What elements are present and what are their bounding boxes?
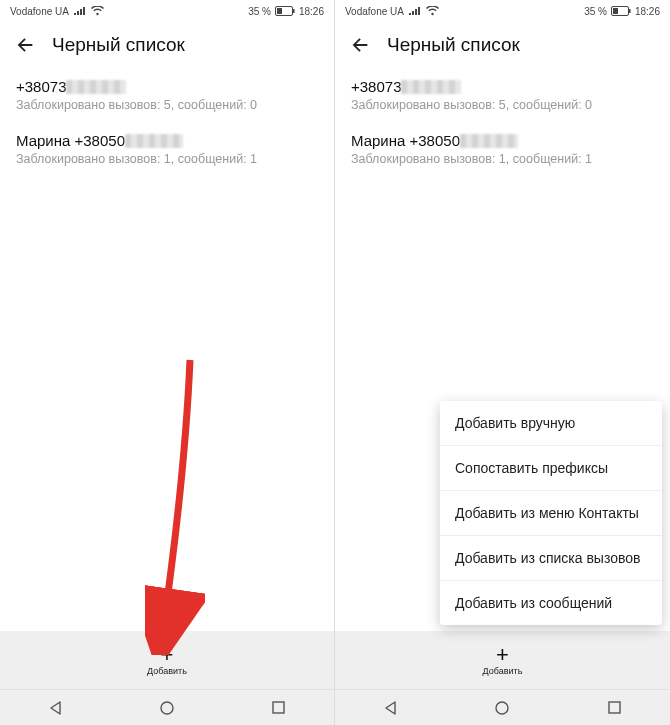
nav-bar xyxy=(335,689,670,725)
svg-rect-2 xyxy=(277,8,282,14)
back-icon[interactable] xyxy=(14,34,36,56)
add-button[interactable]: + Добавить xyxy=(0,631,334,689)
nav-back-icon[interactable] xyxy=(371,700,411,716)
add-button[interactable]: + Добавить xyxy=(335,631,670,689)
list-item[interactable]: Марина +38050 Заблокировано вызовов: 1, … xyxy=(335,122,670,176)
svg-point-3 xyxy=(161,702,173,714)
wifi-icon xyxy=(426,6,439,16)
signal-icon xyxy=(409,7,421,16)
plus-icon: + xyxy=(161,645,174,665)
clock: 18:26 xyxy=(635,6,660,17)
screen-left: Vodafone UA 35 % 18:26 Черный список xyxy=(0,0,335,725)
list-item[interactable]: +38073 Заблокировано вызовов: 5, сообщен… xyxy=(0,68,334,122)
nav-home-icon[interactable] xyxy=(482,700,522,716)
carrier-label: Vodafone UA xyxy=(345,6,404,17)
plus-icon: + xyxy=(496,645,509,665)
entry-stats: Заблокировано вызовов: 5, сообщений: 0 xyxy=(351,98,654,112)
battery-percent: 35 % xyxy=(248,6,271,17)
popup-option-messages[interactable]: Добавить из сообщений xyxy=(440,581,662,625)
blurred-text xyxy=(460,134,518,148)
svg-rect-7 xyxy=(613,8,618,14)
svg-rect-4 xyxy=(273,702,284,713)
popup-option-manual[interactable]: Добавить вручную xyxy=(440,401,662,446)
page-title: Черный список xyxy=(387,34,520,56)
blurred-text xyxy=(66,80,126,94)
header: Черный список xyxy=(335,20,670,68)
carrier-label: Vodafone UA xyxy=(10,6,69,17)
screen-right: Vodafone UA 35 % 18:26 Черный список xyxy=(335,0,670,725)
blurred-text xyxy=(125,134,183,148)
blocklist: +38073 Заблокировано вызовов: 5, сообщен… xyxy=(0,68,334,631)
wifi-icon xyxy=(91,6,104,16)
battery-icon xyxy=(611,6,631,16)
list-item[interactable]: +38073 Заблокировано вызовов: 5, сообщен… xyxy=(335,68,670,122)
add-popup-menu: Добавить вручную Сопоставить префиксы До… xyxy=(440,401,662,625)
entry-stats: Заблокировано вызовов: 5, сообщений: 0 xyxy=(16,98,318,112)
svg-rect-9 xyxy=(609,702,620,713)
svg-rect-6 xyxy=(629,9,631,13)
popup-option-prefix[interactable]: Сопоставить префиксы xyxy=(440,446,662,491)
battery-percent: 35 % xyxy=(584,6,607,17)
add-label: Добавить xyxy=(483,666,523,676)
entry-number: +38073 xyxy=(351,78,401,95)
list-item[interactable]: Марина +38050 Заблокировано вызовов: 1, … xyxy=(0,122,334,176)
popup-option-contacts[interactable]: Добавить из меню Контакты xyxy=(440,491,662,536)
popup-option-calllog[interactable]: Добавить из списка вызовов xyxy=(440,536,662,581)
blurred-text xyxy=(401,80,461,94)
clock: 18:26 xyxy=(299,6,324,17)
svg-point-8 xyxy=(496,702,508,714)
back-icon[interactable] xyxy=(349,34,371,56)
nav-recent-icon[interactable] xyxy=(258,700,298,715)
entry-number: +38073 xyxy=(16,78,66,95)
nav-back-icon[interactable] xyxy=(36,700,76,716)
header: Черный список xyxy=(0,20,334,68)
nav-home-icon[interactable] xyxy=(147,700,187,716)
entry-number: Марина +38050 xyxy=(16,132,125,149)
battery-icon xyxy=(275,6,295,16)
entry-stats: Заблокировано вызовов: 1, сообщений: 1 xyxy=(16,152,318,166)
entry-number: Марина +38050 xyxy=(351,132,460,149)
nav-bar xyxy=(0,689,334,725)
svg-rect-1 xyxy=(293,9,295,13)
signal-icon xyxy=(74,7,86,16)
add-label: Добавить xyxy=(147,666,187,676)
page-title: Черный список xyxy=(52,34,185,56)
nav-recent-icon[interactable] xyxy=(594,700,634,715)
entry-stats: Заблокировано вызовов: 1, сообщений: 1 xyxy=(351,152,654,166)
status-bar: Vodafone UA 35 % 18:26 xyxy=(335,0,670,20)
status-bar: Vodafone UA 35 % 18:26 xyxy=(0,0,334,20)
